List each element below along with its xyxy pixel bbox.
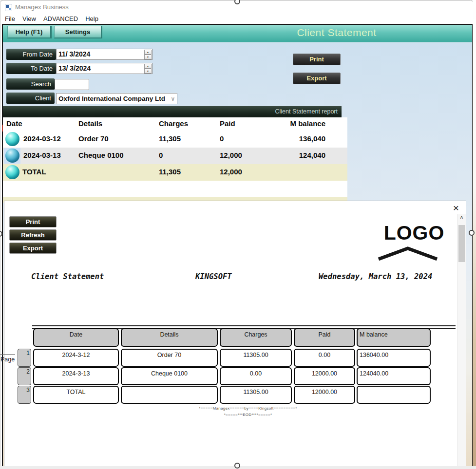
record-sphere-icon — [5, 149, 19, 163]
to-date-label: To Date — [6, 63, 56, 74]
preview-cell — [121, 386, 218, 404]
menu-view[interactable]: View — [22, 15, 36, 22]
preview-refresh-button[interactable]: Refresh — [9, 229, 57, 241]
resize-handle-right[interactable] — [469, 230, 475, 236]
preview-print-button[interactable]: Print — [9, 216, 57, 227]
teal-header-bar: Help (F1) Settings Client Statement — [3, 25, 472, 42]
row-number: 3 — [18, 386, 31, 404]
row-number: 1 — [18, 349, 31, 367]
menubar: File View ADVANCED Help — [0, 14, 473, 24]
client-label: Client — [6, 93, 55, 104]
scroll-up-icon[interactable]: ^ — [457, 215, 466, 222]
col-header-balance[interactable]: M balance — [237, 119, 325, 128]
page-title: Client Statement — [256, 27, 417, 38]
cell-date: TOTAL — [22, 168, 46, 176]
client-dropdown-value: Oxford International Company Ltd — [57, 95, 169, 102]
resize-handle-bottom[interactable] — [234, 463, 240, 469]
grid-header: Date Details Charges Paid M balance — [3, 117, 347, 131]
logo-chevron-icon — [376, 246, 440, 263]
to-date-value[interactable]: 13/ 3/2024 — [57, 63, 144, 74]
vertical-scrollbar[interactable]: ^ — [457, 214, 466, 466]
report-footer-line: *=====Managex======by====Kingsoft=======… — [34, 406, 462, 411]
preview-cell: 0.00 — [294, 349, 355, 367]
preview-cell: 12000.00 — [294, 367, 355, 385]
cell-date: 2024-03-13 — [23, 151, 61, 159]
record-sphere-icon — [5, 132, 19, 146]
to-date-spinner[interactable]: ▲ ▼ — [144, 64, 152, 73]
page-label-rule — [0, 354, 15, 355]
spinner-down-icon[interactable]: ▼ — [144, 69, 152, 74]
cell-charges: 0 — [159, 151, 163, 159]
preview-cell: 124040.00 — [357, 367, 431, 385]
preview-col-paid: Paid — [294, 328, 355, 347]
preview-cell: Order 70 — [121, 349, 218, 367]
cell-charges: 11,305 — [159, 168, 181, 176]
cell-details: Cheque 0100 — [78, 151, 124, 159]
preview-cell: 136040.00 — [357, 349, 431, 367]
preview-export-button[interactable]: Export — [9, 243, 57, 254]
row-number: 2 — [18, 367, 31, 385]
search-input[interactable] — [55, 79, 89, 90]
spinner-down-icon[interactable]: ▼ — [144, 55, 152, 59]
company-logo: LOGO — [378, 222, 451, 244]
from-date-spinner[interactable]: ▲ ▼ — [144, 50, 152, 59]
page-label: Page — [0, 356, 15, 363]
report-title: Client Statement — [31, 272, 104, 281]
client-statement-grid: Date Details Charges Paid M balance 2024… — [3, 117, 347, 203]
preview-cell: Cheque 0100 — [121, 367, 218, 385]
col-header-charges[interactable]: Charges — [159, 119, 188, 128]
report-preview-window: × ^ Print Refresh Export LOGO Client Sta… — [4, 201, 466, 466]
preview-cell: 12000.00 — [294, 386, 355, 404]
spinner-up-icon[interactable]: ▲ — [144, 50, 152, 55]
col-header-date[interactable]: Date — [6, 119, 22, 128]
preview-cell: TOTAL — [33, 386, 119, 404]
settings-button[interactable]: Settings — [54, 26, 102, 38]
print-button[interactable]: Print — [293, 54, 341, 65]
table-row-total[interactable]: TOTAL 11,305 12,000 — [3, 164, 347, 181]
cell-details: Order 70 — [78, 134, 109, 143]
menu-help[interactable]: Help — [85, 15, 98, 22]
report-company: KINGSOFT — [195, 272, 232, 281]
grid-empty-row — [3, 181, 347, 197]
spinner-up-icon[interactable]: ▲ — [144, 64, 152, 69]
search-label: Search — [6, 78, 55, 90]
cell-paid: 0 — [220, 134, 224, 143]
preview-col-details: Details — [121, 328, 218, 347]
record-sphere-icon — [5, 165, 19, 179]
cell-balance: 136,040 — [237, 134, 325, 143]
preview-cell — [357, 386, 431, 404]
preview-cell: 2024-3-12 — [33, 349, 119, 367]
preview-col-charges: Charges — [220, 328, 292, 347]
from-date-field[interactable]: 11/ 3/2024 ▲ ▼ — [56, 49, 152, 60]
close-icon[interactable]: × — [451, 203, 461, 213]
report-bar: Client Statement report — [3, 106, 342, 117]
client-dropdown[interactable]: Oxford International Company Ltd ∨ — [56, 93, 177, 104]
table-row[interactable]: 2024-03-12 Order 70 11,305 0 136,040 — [3, 131, 347, 148]
menu-file[interactable]: File — [5, 15, 15, 22]
col-header-details[interactable]: Details — [78, 119, 102, 128]
preview-cell: 11305.00 — [220, 349, 292, 367]
preview-cell: 11305.00 — [220, 386, 292, 404]
scrollbar-thumb[interactable] — [458, 225, 465, 262]
help-f1-button[interactable]: Help (F1) — [7, 26, 52, 38]
from-date-label: From Date — [6, 49, 56, 60]
cell-charges: 11,305 — [159, 134, 181, 143]
menu-advanced[interactable]: ADVANCED — [43, 15, 78, 22]
to-date-field[interactable]: 13/ 3/2024 ▲ ▼ — [56, 63, 152, 74]
preview-cell: 2024-3-13 — [33, 367, 119, 385]
chevron-down-icon[interactable]: ∨ — [169, 95, 177, 102]
preview-col-date: Date — [33, 328, 119, 347]
preview-cell: 0.00 — [220, 367, 292, 385]
report-footer-line: *=====***EOD****=====* — [34, 413, 462, 417]
cell-paid: 12,000 — [220, 168, 242, 176]
export-button[interactable]: Export — [293, 73, 341, 84]
report-rule — [32, 325, 456, 326]
window-title: Managex Business — [15, 3, 69, 11]
from-date-value[interactable]: 11/ 3/2024 — [57, 49, 144, 59]
report-date: Wednesday, March 13, 2024 — [319, 272, 432, 281]
app-icon — [5, 4, 12, 11]
preview-col-balance: M balance — [357, 328, 431, 347]
col-header-paid[interactable]: Paid — [220, 119, 235, 128]
table-row[interactable]: 2024-03-13 Cheque 0100 0 12,000 124,040 — [3, 148, 347, 164]
cell-balance: 124,040 — [237, 151, 325, 159]
